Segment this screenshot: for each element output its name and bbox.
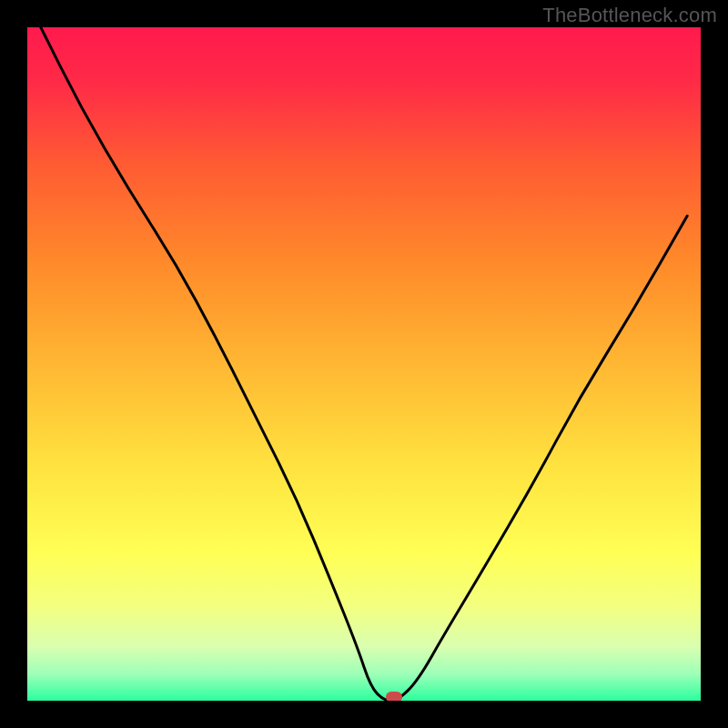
watermark-text: TheBottleneck.com xyxy=(542,4,717,27)
gradient-background xyxy=(27,27,701,701)
chart-frame: TheBottleneck.com xyxy=(0,0,728,728)
optimal-point-marker xyxy=(386,692,402,701)
plot-area xyxy=(27,27,701,701)
